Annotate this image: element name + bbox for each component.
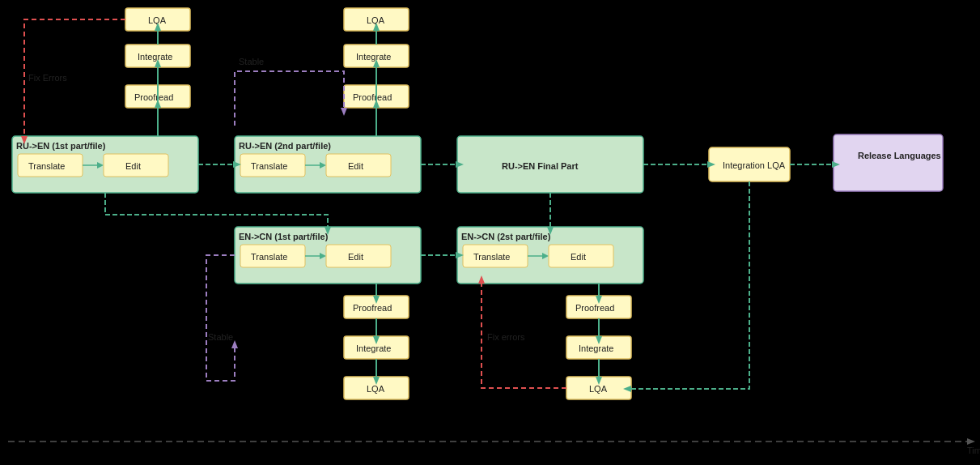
fix-errors-cn2-label: Fix errors: [487, 332, 525, 342]
proofread-cn2-label: Proofread: [575, 303, 614, 313]
proofread-ru1-label: Proofread: [134, 92, 173, 102]
integrate-ru2-label: Integrate: [356, 52, 391, 62]
stable-cn-label: Stable: [208, 332, 233, 342]
lqa-ru1-label: LQA: [148, 15, 167, 25]
fix-errors-ru1-label: Fix Errors: [28, 73, 67, 83]
ru-en-2-edit-label: Edit: [348, 161, 363, 171]
release-languages-label: Release Languages: [858, 151, 941, 160]
lqa-ru2-label: LQA: [367, 15, 385, 25]
en-cn-2-label: EN->CN (2st part/file): [461, 232, 551, 241]
en-cn-2-translate-label: Translate: [473, 252, 510, 262]
proofread-ru2-label: Proofread: [353, 92, 392, 102]
release-languages-node: [834, 134, 943, 191]
en-cn-1-label: EN->CN (1st part/file): [239, 232, 329, 241]
en-cn-1-edit-label: Edit: [348, 252, 363, 262]
timeline-arrow: [967, 438, 975, 445]
lqa-cn1-label: LQA: [367, 384, 385, 394]
lqa-cn2-label: LQA: [589, 384, 608, 394]
integrate-ru1-label: Integrate: [138, 52, 172, 62]
int-lqa-cn2-dashed: [631, 181, 749, 389]
ru-en-1-translate-label: Translate: [28, 161, 65, 171]
integration-lqa-label: Integration LQA: [723, 160, 786, 170]
en-cn-1-translate-label: Translate: [251, 252, 287, 262]
arr-stable-ru: [341, 108, 347, 116]
stable-cn-path: [206, 255, 235, 381]
ru1-to-cn1-flow: [105, 193, 328, 227]
en-cn-2-edit-label: Edit: [571, 252, 586, 262]
integrate-cn2-label: Integrate: [579, 343, 613, 353]
ru-en-1-edit-label: Edit: [125, 161, 141, 171]
ru-en-final-label: RU->EN Final Part: [502, 161, 579, 171]
ru-en-2-label: RU->EN (2nd part/file): [239, 141, 331, 151]
ru-en-1-label: RU->EN (1st part/file): [16, 141, 106, 151]
time-label: Time: [967, 446, 980, 455]
proofread-cn1-label: Proofread: [353, 303, 392, 313]
stable-ru-label: Stable: [239, 57, 264, 66]
diagram-container: Time RU->EN (1st part/file) Translate Ed…: [0, 0, 980, 465]
stable-ru-path: [235, 71, 344, 126]
ru-en-2-translate-label: Translate: [251, 161, 287, 171]
integrate-cn1-label: Integrate: [356, 343, 391, 353]
